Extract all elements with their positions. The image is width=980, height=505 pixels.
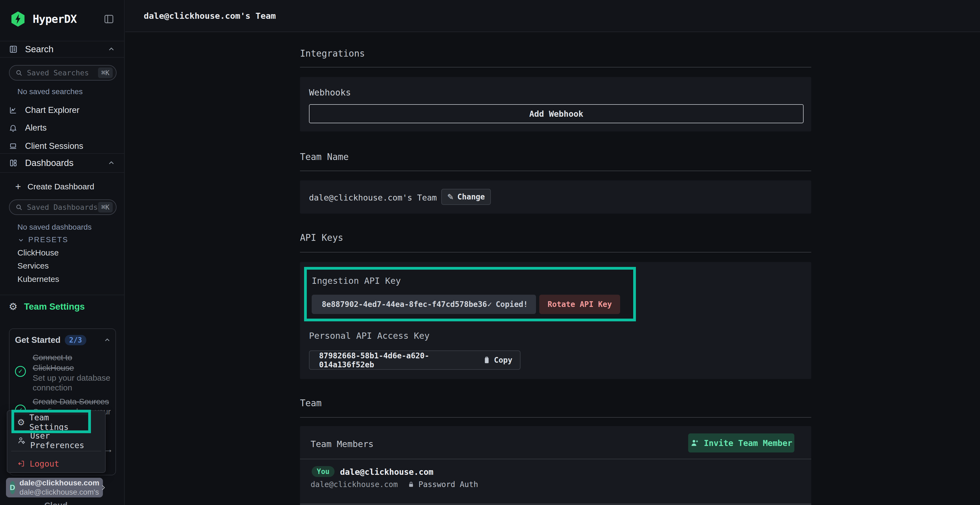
annotation-box-team-settings [11,410,91,433]
gear-icon: ⚙ [9,302,18,311]
page-header: dale@clickhouse.com's Team [125,0,980,32]
app-title: HyperDX [33,13,77,25]
preset-item-services[interactable]: Services [18,261,49,270]
get-started-header[interactable]: Get Started 2/3 [15,335,111,345]
check-icon: ✓ [487,300,492,309]
dashboards-icon [9,158,18,168]
integrations-heading: Integrations [300,48,365,59]
webhooks-title: Webhooks [309,87,351,98]
copy-button-label: Copy [494,356,512,365]
menu-item-label: Logout [30,459,59,468]
section-divider [300,252,811,252]
clipboard-icon [483,356,491,364]
sidebar-item-team-settings[interactable]: ⚙ Team Settings [0,299,124,314]
create-dashboard-label: Create Dashboard [27,182,94,191]
menu-item-user-preferences[interactable]: User Preferences [12,433,101,448]
task-title-line: Create Data Sources [33,397,111,407]
chevron-up-icon [103,336,111,344]
invite-button-label: Invite Team Member [704,438,792,448]
app-screen: HyperDX Search Saved Searches ⌘K No save… [0,0,980,505]
copied-label: Copied! [496,300,528,309]
plus-icon: + [15,182,21,192]
team-settings-label: Team Settings [24,302,85,312]
user-account-chip[interactable]: D dale@clickhouse.com dale@clickhouse.co… [6,478,103,497]
dashboards-section-header[interactable]: Dashboards [0,153,124,173]
logo-row[interactable]: HyperDX [0,0,124,38]
saved-dashboards-input[interactable]: Saved Dashboards ⌘K [9,199,116,215]
logout-icon [17,460,25,468]
member-sub-email: dale@clickhouse.com [310,480,398,489]
bottom-edge-strip [300,503,811,505]
members-divider [300,459,811,459]
section-divider [300,417,811,418]
annotation-box-ingestion-key: Ingestion API Key 8e887902-4ed7-44ea-8fe… [304,267,636,321]
user-team: dale@clickhouse.com's [20,488,99,496]
team-name-card: dale@clickhouse.com's Team ✎ Change [300,180,811,214]
task-subtitle-line: Set up your database [33,373,110,383]
change-button-label: Change [457,192,485,201]
pencil-icon: ✎ [447,192,454,202]
add-webhook-button[interactable]: Add Webhook [309,104,803,123]
sidebar-item-client-sessions[interactable]: Client Sessions [0,139,124,153]
sidebar-item-label: Chart Explorer [25,105,80,115]
menu-divider [11,451,101,451]
shortcut-badge: ⌘K [98,202,113,213]
preset-item-kubernetes[interactable]: Kubernetes [18,275,59,284]
rotate-api-key-button[interactable]: Rotate API Key [539,295,620,314]
change-team-name-button[interactable]: ✎ Change [441,189,491,205]
clipped-overflow-text: Cloud [45,501,67,505]
chevron-up-icon [107,45,115,53]
add-user-icon [690,438,699,448]
search-section-icon [9,44,18,54]
create-dashboard-button[interactable]: + Create Dashboard [0,179,124,194]
laptop-icon [9,142,18,151]
shortcut-badge: ⌘K [98,67,113,78]
no-saved-dashboards-text: No saved dashboards [18,223,91,232]
page-title: dale@clickhouse.com's Team [144,11,276,21]
saved-searches-input[interactable]: Saved Searches ⌘K [9,65,116,81]
copied-indicator: ✓ Copied! [487,300,528,309]
team-members-card: Team Members Invite Team Member You dale… [300,426,811,505]
menu-item-label: User Preferences [30,431,101,450]
task-title-line: ClickHouse [33,363,110,373]
section-divider [300,67,811,67]
personal-key-chip[interactable]: 87982668-58b1-4d6e-a620-014a136f52eb Cop… [309,351,520,370]
menu-item-logout[interactable]: Logout [12,456,101,471]
team-heading: Team [300,398,321,408]
chevron-up-icon [107,159,115,167]
search-icon [15,69,23,77]
avatar: D [10,481,15,494]
search-section-header[interactable]: Search [0,41,124,58]
section-divider [300,171,811,171]
preset-item-clickhouse[interactable]: ClickHouse [18,248,59,257]
presets-toggle[interactable]: PRESETS [18,236,68,244]
api-keys-card: Ingestion API Key 8e887902-4ed7-44ea-8fe… [300,262,811,379]
sidebar-collapse-icon[interactable] [103,13,115,25]
auth-method-label: Password Auth [418,480,478,489]
team-name-heading: Team Name [300,152,349,162]
api-keys-heading: API Keys [300,232,343,243]
sidebar-item-alerts[interactable]: Alerts [0,121,124,135]
chevron-right-icon [99,484,107,491]
user-gear-icon [17,436,26,445]
saved-dashboards-placeholder: Saved Dashboards [27,203,98,211]
progress-badge: 2/3 [65,335,86,345]
get-started-title: Get Started [15,335,60,345]
search-section-label: Search [25,44,54,54]
ingestion-key-chip[interactable]: 8e887902-4ed7-44ea-8fec-f47cd578be36 ✓ C… [312,295,536,314]
team-name-value: dale@clickhouse.com's Team [309,193,437,202]
chevron-down-icon [18,237,24,243]
sidebar: HyperDX Search Saved Searches ⌘K No save… [0,0,125,505]
invite-team-member-button[interactable]: Invite Team Member [688,434,794,453]
personal-key-value: 87982668-58b1-4d6e-a620-014a136f52eb [319,351,483,369]
presets-label: PRESETS [28,236,68,244]
task-subtitle-line: connection [33,383,110,392]
sidebar-item-chart-explorer[interactable]: Chart Explorer [0,103,124,117]
lock-icon [407,481,415,488]
you-badge: You [312,466,334,477]
member-email: dale@clickhouse.com [340,467,433,477]
user-email: dale@clickhouse.com [20,479,99,487]
get-started-item-1[interactable]: Connect to ClickHouse Set up your databa… [33,353,110,392]
chart-explorer-icon [9,106,18,114]
ingestion-key-label: Ingestion API Key [312,276,401,286]
